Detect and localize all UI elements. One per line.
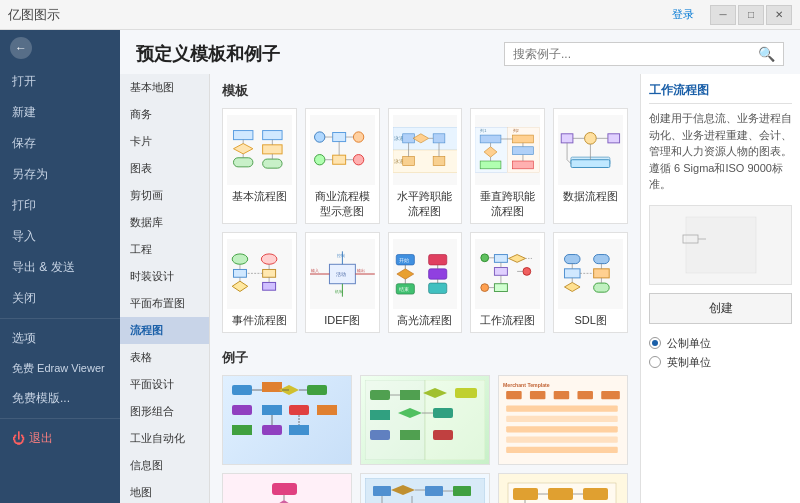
body-area: 基本地图 商务 卡片 图表 剪切画 数据库 工程 时装设计 平面布置图 流程图 … xyxy=(120,74,800,503)
template-thumb-2 xyxy=(310,115,375,185)
sidebar-item-viewer[interactable]: 免费 Edraw Viewer xyxy=(0,354,120,383)
template-thumb-1 xyxy=(227,115,292,185)
cat-item-db[interactable]: 数据库 xyxy=(120,209,209,236)
svg-rect-142 xyxy=(370,430,390,440)
title-bar: 亿图图示 登录 ─ □ ✕ xyxy=(0,0,800,30)
template-card-6[interactable]: 事件流程图 xyxy=(222,232,297,333)
svg-rect-148 xyxy=(506,391,522,399)
svg-rect-179 xyxy=(453,486,471,496)
cat-item-industrial[interactable]: 工业自动化 xyxy=(120,425,209,452)
svg-rect-124 xyxy=(317,405,337,415)
svg-point-17 xyxy=(353,155,363,165)
svg-rect-95 xyxy=(495,268,508,276)
svg-rect-87 xyxy=(428,283,446,293)
example-card-2[interactable] xyxy=(360,375,490,465)
template-thumb-10 xyxy=(558,239,623,309)
template-card-7[interactable]: 活动 输入 输出 控制 机制 IDEF图 xyxy=(305,232,380,333)
cat-item-fashion[interactable]: 时装设计 xyxy=(120,263,209,290)
sidebar-item-import[interactable]: 导入 xyxy=(0,221,120,252)
template-card-4[interactable]: 列1 列2 xyxy=(470,108,545,224)
sidebar-divider xyxy=(0,318,120,319)
svg-rect-7 xyxy=(263,159,282,168)
sidebar-item-save[interactable]: 保存 xyxy=(0,128,120,159)
svg-rect-122 xyxy=(262,405,282,415)
cat-item-flowchart[interactable]: 流程图 xyxy=(120,317,209,344)
cat-item-map[interactable]: 地图 xyxy=(120,479,209,503)
cat-item-floor[interactable]: 平面布置图 xyxy=(120,290,209,317)
cat-item-card[interactable]: 卡片 xyxy=(120,128,209,155)
minimize-button[interactable]: ─ xyxy=(710,5,736,25)
svg-rect-158 xyxy=(272,483,297,495)
cat-item-chart[interactable]: 图表 xyxy=(120,155,209,182)
example-card-1[interactable] xyxy=(222,375,352,465)
template-card-10[interactable]: SDL图 xyxy=(553,232,628,333)
template-thumb-6 xyxy=(227,239,292,309)
sidebar-item-print[interactable]: 打印 xyxy=(0,190,120,221)
svg-rect-118 xyxy=(262,382,282,392)
search-input[interactable] xyxy=(513,47,758,61)
template-card-8[interactable]: 开始 结束 xyxy=(388,232,463,333)
sidebar-item-templates[interactable]: 免费模版... xyxy=(0,383,120,414)
cat-item-basic[interactable]: 基本地图 xyxy=(120,74,209,101)
cat-item-business[interactable]: 商务 xyxy=(120,101,209,128)
svg-rect-41 xyxy=(513,135,534,143)
cat-item-table[interactable]: 表格 xyxy=(120,344,209,371)
cat-item-clip[interactable]: 剪切画 xyxy=(120,182,209,209)
sidebar-item-new[interactable]: 新建 xyxy=(0,97,120,128)
search-icon[interactable]: 🔍 xyxy=(758,46,775,62)
radio-metric[interactable] xyxy=(649,337,661,349)
template-card-9[interactable]: 工作流程图 xyxy=(470,232,545,333)
svg-rect-16 xyxy=(332,155,345,164)
svg-point-62 xyxy=(261,254,277,264)
back-button[interactable]: ← xyxy=(0,30,120,66)
svg-rect-143 xyxy=(400,430,420,440)
unit-option-metric[interactable]: 公制单位 xyxy=(649,336,792,351)
example-card-5[interactable] xyxy=(360,473,490,503)
cat-item-infographic[interactable]: 图形组合 xyxy=(120,398,209,425)
svg-rect-11 xyxy=(332,133,345,142)
svg-marker-61 xyxy=(232,281,248,291)
sidebar-item-open[interactable]: 打开 xyxy=(0,66,120,97)
svg-point-15 xyxy=(314,155,324,165)
unit-option-imperial[interactable]: 英制单位 xyxy=(649,355,792,370)
template-card-2[interactable]: 商业流程模型示意图 xyxy=(305,108,380,224)
svg-rect-106 xyxy=(565,255,581,264)
svg-rect-156 xyxy=(506,437,618,443)
create-button[interactable]: 创建 xyxy=(649,293,792,324)
sidebar-item-exit[interactable]: ⏻ 退出 xyxy=(0,423,120,454)
right-panel: 工作流程图 创建用于信息流、业务进程自动化、业务进程重建、会计、管理和人力资源人… xyxy=(640,74,800,503)
maximize-button[interactable]: □ xyxy=(738,5,764,25)
svg-rect-49 xyxy=(561,134,573,143)
template-label-4: 垂直跨职能流程图 xyxy=(475,189,540,219)
cat-item-plandesign[interactable]: 平面设计 xyxy=(120,371,209,398)
login-button[interactable]: 登录 xyxy=(672,7,694,22)
template-card-5[interactable]: 数据流程图 xyxy=(553,108,628,224)
template-card-3[interactable]: 泳道1 泳道2 xyxy=(388,108,463,224)
svg-text:结束: 结束 xyxy=(399,286,409,292)
svg-rect-127 xyxy=(289,425,309,435)
example-card-3[interactable]: Merchant Template xyxy=(498,375,628,465)
cat-item-eng[interactable]: 工程 xyxy=(120,236,209,263)
svg-point-59 xyxy=(232,254,248,264)
svg-rect-27 xyxy=(433,134,445,143)
svg-rect-110 xyxy=(594,269,610,278)
svg-text:输出: 输出 xyxy=(356,268,364,273)
search-box: 🔍 xyxy=(504,42,784,66)
sidebar-item-export[interactable]: 导出 & 发送 xyxy=(0,252,120,283)
svg-point-10 xyxy=(314,132,324,142)
cat-item-infomap[interactable]: 信息图 xyxy=(120,452,209,479)
template-card-1[interactable]: 基本流程图 xyxy=(222,108,297,224)
sidebar-item-saveas[interactable]: 另存为 xyxy=(0,159,120,190)
svg-rect-136 xyxy=(400,390,420,400)
close-button[interactable]: ✕ xyxy=(766,5,792,25)
example-card-4[interactable] xyxy=(222,473,352,503)
right-panel-description: 创建用于信息流、业务进程自动化、业务进程重建、会计、管理和人力资源人物的图表。遵… xyxy=(649,110,792,193)
sidebar-item-close[interactable]: 关闭 xyxy=(0,283,120,314)
example-card-6[interactable] xyxy=(498,473,628,503)
svg-rect-126 xyxy=(262,425,282,435)
svg-point-12 xyxy=(353,132,363,142)
svg-text:控制: 控制 xyxy=(337,253,345,258)
radio-imperial[interactable] xyxy=(649,356,661,368)
template-label-2: 商业流程模型示意图 xyxy=(310,189,375,219)
sidebar-item-options[interactable]: 选项 xyxy=(0,323,120,354)
